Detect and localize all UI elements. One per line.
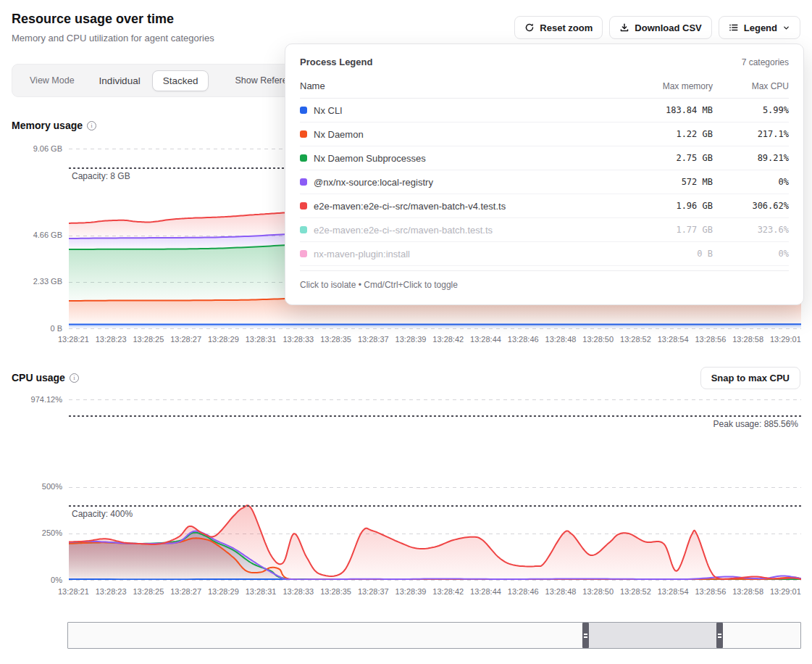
series-max-memory: 572 MB bbox=[629, 177, 713, 187]
memory-ytick-4: 0 B bbox=[8, 324, 62, 333]
memory-info-icon[interactable]: i bbox=[87, 121, 96, 130]
series-name: Nx CLI bbox=[314, 105, 343, 116]
view-mode-individual[interactable]: Individual bbox=[99, 75, 141, 86]
x-tick-label: 13:28:25 bbox=[133, 587, 164, 596]
brush-handle-left[interactable] bbox=[582, 623, 589, 648]
legend-row-nx-cli[interactable]: Nx CLI 183.84 MB 5.99% bbox=[300, 99, 789, 123]
header-actions: Reset zoom Download CSV Legend bbox=[514, 16, 800, 39]
legend-row-maven-batch[interactable]: e2e-maven:e2e-ci--src/maven-batch.test.t… bbox=[300, 218, 789, 242]
series-max-cpu: 217.1% bbox=[713, 129, 789, 139]
view-mode-label: View Mode bbox=[30, 75, 75, 86]
x-tick-label: 13:28:56 bbox=[695, 335, 726, 344]
x-tick-label: 13:28:52 bbox=[620, 587, 651, 596]
memory-ytick-2: 4.66 GB bbox=[8, 231, 62, 239]
x-tick-label: 13:28:58 bbox=[732, 335, 763, 344]
process-legend-panel: Process Legend 7 categories Name Max mem… bbox=[285, 43, 804, 305]
x-tick-label: 13:28:42 bbox=[432, 335, 464, 344]
legend-column-headers: Name Max memory Max CPU bbox=[300, 76, 789, 99]
series-max-memory: 0 B bbox=[629, 249, 713, 259]
x-tick-label: 13:28:21 bbox=[58, 587, 89, 596]
brush-handle-right[interactable] bbox=[716, 623, 723, 648]
reset-zoom-button[interactable]: Reset zoom bbox=[514, 16, 603, 39]
cpu-ytick-1: 974.12% bbox=[8, 395, 62, 404]
memory-x-axis: 13:28:2113:28:2313:28:2513:28:2713:28:29… bbox=[58, 335, 801, 344]
legend-row-maven-batch-v4[interactable]: e2e-maven:e2e-ci--src/maven-batch-v4.tes… bbox=[300, 194, 789, 218]
x-tick-label: 13:28:44 bbox=[470, 587, 501, 596]
cpu-capacity-label: Capacity: 400% bbox=[72, 509, 133, 519]
snap-to-max-cpu-button[interactable]: Snap to max CPU bbox=[700, 367, 800, 389]
x-tick-label: 13:29:01 bbox=[770, 587, 801, 596]
brush-selection[interactable] bbox=[589, 623, 716, 648]
download-csv-button[interactable]: Download CSV bbox=[609, 16, 711, 39]
series-name: @nx/nx-source:local-registry bbox=[314, 177, 433, 188]
series-color-dot bbox=[300, 107, 307, 114]
grip-line bbox=[718, 636, 721, 638]
page-subtitle: Memory and CPU utilization for agent cat… bbox=[12, 33, 214, 43]
column-name: Name bbox=[300, 80, 629, 91]
resource-usage-page: Resource usage over time Memory and CPU … bbox=[0, 0, 812, 664]
memory-title-text: Memory usage bbox=[12, 120, 83, 131]
legend-row-nx-maven-plugin-install[interactable]: nx-maven-plugin:install 0 B 0% bbox=[300, 242, 789, 266]
cpu-ytick-3: 250% bbox=[8, 528, 62, 537]
series-color-dot bbox=[300, 154, 307, 162]
time-range-brush[interactable] bbox=[67, 622, 801, 649]
x-tick-label: 13:28:42 bbox=[432, 587, 464, 596]
memory-gridline bbox=[69, 328, 801, 329]
legend-button-label: Legend bbox=[744, 22, 777, 33]
series-max-memory: 1.77 GB bbox=[629, 225, 713, 235]
x-tick-label: 13:28:50 bbox=[582, 335, 614, 344]
x-tick-label: 13:28:35 bbox=[320, 335, 351, 344]
series-color-dot bbox=[300, 250, 307, 257]
x-tick-label: 13:28:39 bbox=[395, 335, 427, 344]
series-color-dot bbox=[300, 178, 307, 186]
cpu-chart-canvas[interactable] bbox=[69, 395, 801, 580]
x-tick-label: 13:28:54 bbox=[658, 335, 689, 344]
x-tick-label: 13:28:48 bbox=[545, 587, 577, 596]
legend-row-nx-daemon[interactable]: Nx Daemon 1.22 GB 217.1% bbox=[300, 123, 789, 146]
cpu-info-icon[interactable]: i bbox=[70, 373, 79, 383]
x-tick-label: 13:28:27 bbox=[170, 335, 201, 344]
series-name: e2e-maven:e2e-ci--src/maven-batch-v4.tes… bbox=[314, 201, 506, 212]
download-csv-label: Download CSV bbox=[635, 22, 701, 33]
download-icon bbox=[619, 22, 629, 33]
series-max-cpu: 306.62% bbox=[713, 201, 789, 211]
x-tick-label: 13:28:37 bbox=[358, 335, 389, 344]
x-tick-label: 13:29:01 bbox=[770, 335, 801, 344]
x-tick-label: 13:28:39 bbox=[395, 587, 427, 596]
series-name: nx-maven-plugin:install bbox=[314, 249, 410, 260]
series-max-memory: 1.22 GB bbox=[629, 129, 713, 139]
column-max-memory: Max memory bbox=[629, 81, 713, 91]
list-icon bbox=[729, 22, 739, 33]
x-tick-label: 13:28:44 bbox=[470, 335, 501, 344]
series-max-cpu: 89.21% bbox=[713, 153, 789, 163]
grip-line bbox=[718, 634, 721, 635]
series-max-memory: 1.96 GB bbox=[629, 201, 713, 211]
legend-row-nx-daemon-subprocesses[interactable]: Nx Daemon Subprocesses 2.75 GB 89.21% bbox=[300, 146, 789, 170]
refresh-icon bbox=[524, 22, 535, 33]
legend-row-local-registry[interactable]: @nx/nx-source:local-registry 572 MB 0% bbox=[300, 170, 789, 194]
series-name: e2e-maven:e2e-ci--src/maven-batch.test.t… bbox=[314, 225, 493, 236]
series-max-memory: 183.84 MB bbox=[629, 105, 713, 115]
reset-zoom-label: Reset zoom bbox=[540, 22, 593, 33]
x-tick-label: 13:28:33 bbox=[282, 335, 314, 344]
cpu-ytick-2: 500% bbox=[8, 482, 62, 491]
x-tick-label: 13:28:29 bbox=[208, 335, 239, 344]
x-tick-label: 13:28:23 bbox=[96, 335, 127, 344]
cpu-capacity-line bbox=[69, 505, 801, 507]
cpu-ytick-4: 0% bbox=[8, 576, 62, 584]
x-tick-label: 13:28:31 bbox=[246, 587, 277, 596]
x-tick-label: 13:28:25 bbox=[133, 335, 164, 344]
memory-section-title: Memory usage i bbox=[12, 120, 96, 131]
series-color-dot bbox=[300, 226, 307, 233]
x-tick-label: 13:28:56 bbox=[695, 587, 726, 596]
x-tick-label: 13:28:23 bbox=[96, 587, 127, 596]
series-name: Nx Daemon bbox=[314, 129, 364, 140]
x-tick-label: 13:28:52 bbox=[620, 335, 651, 344]
column-max-cpu: Max CPU bbox=[713, 81, 789, 91]
legend-footer-hint: Click to isolate • Cmd/Ctrl+Click to tog… bbox=[300, 270, 789, 290]
x-tick-label: 13:28:37 bbox=[358, 587, 389, 596]
view-mode-stacked[interactable]: Stacked bbox=[152, 70, 209, 91]
series-color-dot bbox=[300, 130, 307, 138]
legend-dropdown-button[interactable]: Legend bbox=[719, 16, 800, 39]
series-max-cpu: 323.6% bbox=[713, 225, 789, 235]
